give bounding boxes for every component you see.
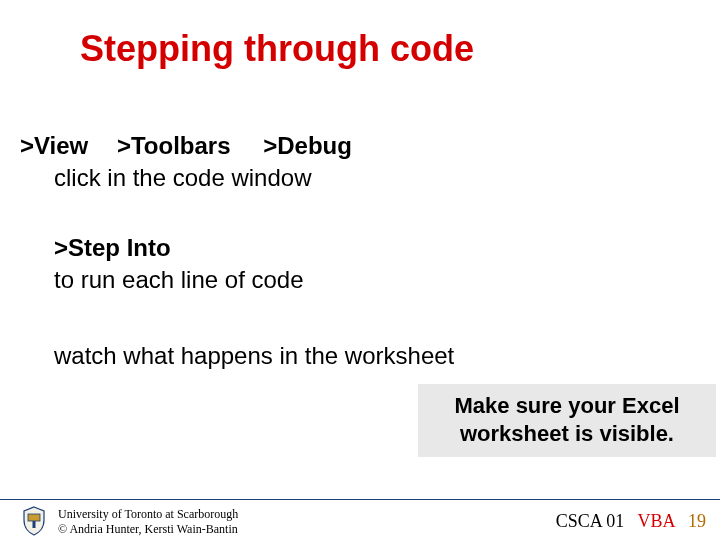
course-topic: VBA [637, 511, 674, 531]
svg-rect-1 [33, 521, 36, 528]
menu-debug: >Debug [263, 130, 352, 162]
university-crest-icon [22, 506, 46, 536]
menu-toolbars: >Toolbars [117, 130, 231, 162]
footer: University of Toronto at Scarborough © A… [0, 499, 720, 540]
slide-title: Stepping through code [80, 28, 474, 70]
page-number: 19 [688, 511, 706, 531]
svg-rect-0 [28, 514, 40, 521]
footer-right: CSCA 01 VBA 19 [556, 511, 706, 532]
slide: Stepping through code >View >Toolbars >D… [0, 0, 720, 540]
footer-line2: © Andria Hunter, Kersti Wain-Bantin [58, 522, 238, 536]
run-instruction: to run each line of code [54, 264, 304, 296]
menu-path-block: >View >Toolbars >Debug click in the code… [20, 130, 352, 195]
click-instruction: click in the code window [54, 162, 352, 194]
menu-path-line: >View >Toolbars >Debug [20, 130, 352, 162]
step-into-block: >Step Into to run each line of code [54, 232, 304, 297]
callout-box: Make sure your Excel worksheet is visibl… [418, 384, 716, 457]
watch-instruction: watch what happens in the worksheet [54, 340, 454, 372]
course-code: CSCA 01 [556, 511, 625, 531]
footer-attribution: University of Toronto at Scarborough © A… [58, 507, 238, 536]
menu-step-into: >Step Into [54, 232, 171, 264]
footer-line1: University of Toronto at Scarborough [58, 507, 238, 521]
menu-view: >View [20, 130, 88, 162]
